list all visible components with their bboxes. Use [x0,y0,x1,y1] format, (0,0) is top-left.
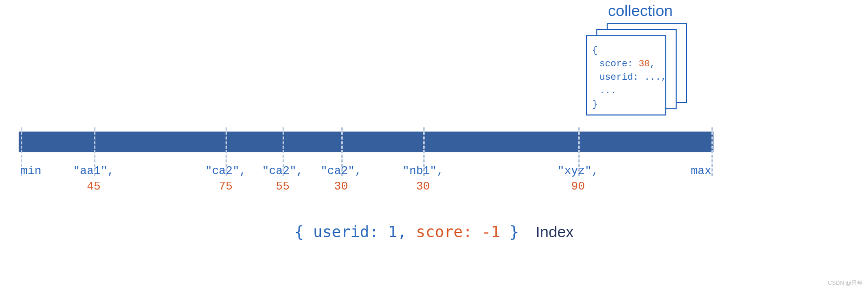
brace-open: { [592,44,660,57]
doc-val-userid: ... [644,72,661,82]
document-stack: { score: 30, userid: ..., ... } [586,23,690,111]
doc-key-score: score: [599,59,633,69]
label-min: min [21,164,41,179]
label-entry-5: "xyz",90 [557,164,598,194]
entry-userid: "ca2", [320,164,361,179]
watermark: CSDN @只年 [828,279,863,287]
entry-score: 45 [73,179,114,195]
entry-userid: "ca2", [262,164,303,179]
entry-userid: "ca2", [205,164,246,179]
label-entry-4: "nb1",30 [402,164,443,194]
index-val-userid: 1 [388,223,397,241]
index-brace-open: { [295,223,304,241]
index-key-userid: userid: [313,223,379,241]
index-key-score: score: [416,223,472,241]
entry-userid: "nb1", [402,164,443,179]
doc-line-score: score: 30, [592,57,660,70]
label-max: max [691,164,711,179]
index-word: Index [536,223,573,240]
entry-score: 90 [557,179,598,195]
document-card-front: { score: 30, userid: ..., ... } [586,35,666,115]
entry-score: 30 [320,179,361,195]
entry-userid: "aa1", [73,164,114,179]
entry-score: 75 [205,179,246,195]
index-bar [19,132,713,152]
collection-title: collection [581,2,700,20]
entry-score: 55 [262,179,303,195]
label-entry-0: "aa1",45 [73,164,114,194]
brace-close: } [592,97,660,111]
index-definition: { userid: 1, score: -1 } Index [0,223,868,242]
entry-score: 30 [402,179,443,195]
doc-val-score: 30 [639,59,650,69]
index-bar-area: min max "aa1",45"ca2",75"ca2",55"ca2",30… [19,132,713,152]
index-brace-close: } [510,223,519,241]
label-entry-3: "ca2",30 [320,164,361,194]
doc-key-userid: userid: [599,72,639,82]
doc-line-userid: userid: ..., [592,70,660,84]
index-val-score: -1 [482,223,500,241]
label-entry-2: "ca2",55 [262,164,303,194]
collection-box: collection { score: 30, userid: ..., ...… [581,2,700,111]
tick-max [711,127,713,176]
doc-line-ellipsis: ... [592,84,660,97]
entry-userid: "xyz", [557,164,598,179]
label-entry-1: "ca2",75 [205,164,246,194]
